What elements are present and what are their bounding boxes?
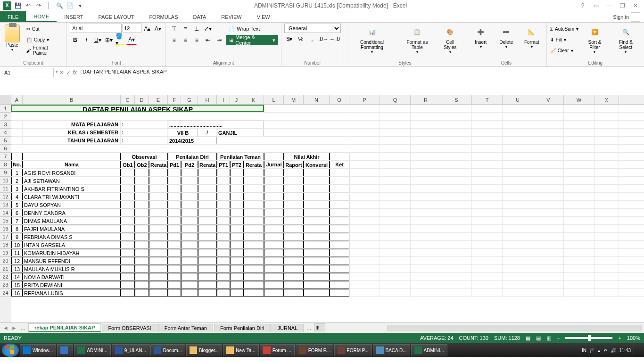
sign-in[interactable]: Sign in [609,11,644,22]
cell-styles-button[interactable]: 🎨Cell Styles▾ [438,24,463,59]
column-header-O[interactable]: O [330,95,349,104]
column-header-Q[interactable]: Q [380,95,411,104]
increase-decimal-icon[interactable]: .0→ [318,34,329,44]
taskbar-item-5[interactable]: Blogger... [186,344,222,356]
view-normal-icon[interactable]: ▦ [526,335,530,341]
row-header-14[interactable]: 14 [0,209,11,217]
align-middle-icon[interactable]: ≡ [180,24,190,34]
decrease-font-icon[interactable]: A▾ [153,24,163,34]
align-center-icon[interactable]: ≡ [180,35,190,45]
save-icon[interactable]: 💾 [14,2,22,9]
format-as-table-button[interactable]: 📋Format as Table▾ [399,24,436,59]
decrease-decimal-icon[interactable]: ←.0 [330,34,340,44]
column-header-U[interactable]: U [503,95,533,104]
tray-show-hidden-icon[interactable]: ▴ [598,348,600,353]
align-top-icon[interactable]: ⊤ [169,24,179,34]
format-cells-button[interactable]: 📐Format▾ [520,24,544,59]
column-header-R[interactable]: R [411,95,441,104]
column-header-I[interactable]: I [217,95,230,104]
italic-button[interactable]: I [81,35,91,45]
percent-format-icon[interactable]: % [296,34,306,44]
zoom-slider[interactable] [565,337,612,339]
sheet-tab-jurnal[interactable]: JURNAL [272,324,304,332]
column-header-D[interactable]: D [135,95,149,104]
tray-lang[interactable]: IN [582,348,586,353]
column-header-T[interactable]: T [472,95,503,104]
tab-data[interactable]: DATA [186,11,214,22]
customize-qat-icon[interactable]: ▾ [76,2,84,9]
row-header-19[interactable]: 19 [0,249,11,257]
cut-button[interactable]: ✂ Cut [25,24,64,34]
row-header-5[interactable]: 5 [0,137,11,145]
tray-flag-icon[interactable]: 🏴 [589,348,595,353]
comma-format-icon[interactable]: , [307,34,317,44]
taskbar-item-7[interactable]: Forum ... [260,344,295,356]
worksheet-grid[interactable]: 123456789101112131415161718192021222324 … [0,105,644,322]
name-box[interactable]: A1 [2,68,54,77]
column-header-H[interactable]: H [198,95,217,104]
insert-cells-button[interactable]: ➕Insert▾ [469,24,493,59]
sheet-tab-rekap[interactable]: rekap PENILAIAN SIKAP [28,323,101,332]
orientation-icon[interactable]: ⤢▾ [203,24,213,34]
clear-button[interactable]: 🧹 Clear ▾ [550,45,579,56]
taskbar-item-4[interactable]: Docum... [150,344,185,356]
row-header-3[interactable]: 3 [0,121,11,129]
taskbar-item-3[interactable]: 9_ULAN... [112,344,149,356]
tab-formulas[interactable]: FORMULAS [141,11,185,22]
underline-button[interactable]: U▾ [92,35,103,45]
zoom-in-button[interactable]: + [618,335,621,341]
delete-cells-button[interactable]: ➖Delete▾ [495,24,518,59]
tab-home[interactable]: HOME [26,11,57,22]
formula-input[interactable]: DAFTAR PENILAIAN ASPEK SIKAP [79,67,644,76]
column-header-W[interactable]: W [564,95,594,104]
select-all-button[interactable] [0,95,11,104]
enter-formula-icon[interactable]: ✓ [66,69,71,76]
column-header-S[interactable]: S [441,95,472,104]
font-name-input[interactable] [70,24,122,33]
row-header-21[interactable]: 21 [0,265,11,273]
row-header-2[interactable]: 2 [0,113,11,121]
row-header-23[interactable]: 23 [0,281,11,289]
tab-nav-first-icon[interactable]: ◄ [2,325,9,331]
restore-button[interactable]: ❐ [618,2,627,9]
ribbon-display-icon[interactable]: ▭ [591,2,601,9]
number-format-select[interactable]: General [284,24,341,33]
taskbar-item-2[interactable]: ADMINI... [74,344,110,356]
show-desktop-button[interactable] [634,345,638,355]
column-header-V[interactable]: V [533,95,564,104]
taskbar-item-1[interactable] [57,344,73,356]
column-header-C[interactable]: C [121,95,135,104]
sheet-tab-antar-teman[interactable]: Form Antar Teman [158,324,213,332]
column-header-G[interactable]: G [181,95,198,104]
find-select-button[interactable]: 🔍Find & Select▾ [611,24,641,59]
taskbar-item-6[interactable]: New Ta... [223,344,259,356]
sheet-tab-penilaian-diri[interactable]: Form Penilaian Diri [214,324,271,332]
row-header-16[interactable]: 16 [0,225,11,233]
tab-page-layout[interactable]: PAGE LAYOUT [91,11,141,22]
column-header-A[interactable]: A [11,95,23,104]
fx-icon[interactable]: fx [73,69,77,76]
help-icon[interactable]: ? [578,2,587,9]
row-header-11[interactable]: 11 [0,185,11,193]
column-header-F[interactable]: F [168,95,181,104]
column-header-L[interactable]: L [264,95,284,104]
tab-nav-prev-icon[interactable]: ► [10,325,18,331]
copy-button[interactable]: 📋 Copy ▾ [25,34,64,45]
column-header-J[interactable]: J [230,95,243,104]
tab-review[interactable]: REVIEW [214,11,249,22]
bold-button[interactable]: B [70,35,80,45]
fill-color-button[interactable]: 🪣▾ [115,35,125,45]
align-right-icon[interactable]: ≡ [191,35,202,45]
zoom-out-button[interactable]: − [557,335,560,341]
conditional-formatting-button[interactable]: 📊Conditional Formatting▾ [347,24,397,59]
row-header-20[interactable]: 20 [0,257,11,265]
row-header-17[interactable]: 17 [0,233,11,241]
wrap-text-button[interactable]: 📄 Wrap Text [226,24,278,34]
cancel-formula-icon[interactable]: ✕ [59,69,64,76]
paste-button[interactable]: Paste ▾ [3,24,22,59]
row-header-12[interactable]: 12 [0,193,11,201]
column-header-N[interactable]: N [304,95,330,104]
row-header-10[interactable]: 10 [0,177,11,185]
accounting-format-icon[interactable]: $▾ [284,34,295,44]
column-header-K[interactable]: K [243,95,264,104]
